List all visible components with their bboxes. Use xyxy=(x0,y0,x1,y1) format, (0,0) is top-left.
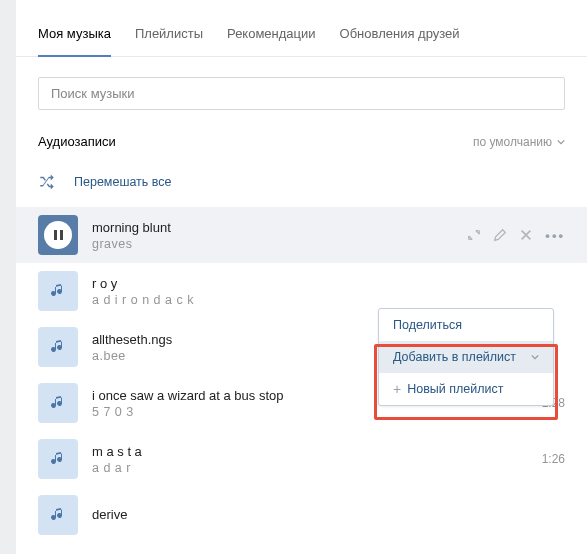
new-playlist-label: Новый плейлист xyxy=(407,382,503,396)
track-duration: 1:26 xyxy=(542,452,565,466)
sort-dropdown[interactable]: по умолчанию xyxy=(473,135,565,149)
sort-label: по умолчанию xyxy=(473,135,552,149)
tab-friends-updates[interactable]: Обновления друзей xyxy=(340,12,460,56)
track-title: r o y xyxy=(92,276,565,291)
new-playlist-menu-item[interactable]: +Новый плейлист xyxy=(379,373,553,405)
track-title: morning blunt xyxy=(92,220,453,235)
track-row[interactable]: morning blunt graves ••• xyxy=(16,207,587,263)
note-icon xyxy=(50,395,66,411)
track-cover xyxy=(38,327,78,367)
track-title: derive xyxy=(92,507,565,522)
track-artist: a d i r o n d a c k xyxy=(92,293,565,307)
add-to-playlist-menu-item[interactable]: Добавить в плейлист xyxy=(379,341,553,373)
tab-my-music[interactable]: Моя музыка xyxy=(38,12,111,57)
section-title: Аудиозаписи xyxy=(38,134,116,149)
track-cover xyxy=(38,495,78,535)
shuffle-label: Перемешать все xyxy=(74,175,172,189)
note-icon xyxy=(50,283,66,299)
note-icon xyxy=(50,451,66,467)
add-to-playlist-label: Добавить в плейлист xyxy=(393,350,516,364)
note-icon xyxy=(50,507,66,523)
track-row[interactable]: m a s t a a d a r 1:26 xyxy=(16,431,587,487)
search-input[interactable] xyxy=(38,77,565,110)
note-icon xyxy=(50,339,66,355)
pause-icon xyxy=(54,230,63,240)
tabs-bar: Моя музыка Плейлисты Рекомендации Обновл… xyxy=(16,12,587,57)
context-menu: Поделиться Добавить в плейлист +Новый пл… xyxy=(378,308,554,406)
track-artist: graves xyxy=(92,237,453,251)
plus-icon: + xyxy=(393,382,401,396)
close-icon[interactable] xyxy=(519,228,533,242)
track-title: m a s t a xyxy=(92,444,528,459)
tab-playlists[interactable]: Плейлисты xyxy=(135,12,203,56)
track-row[interactable]: derive xyxy=(16,487,587,543)
chevron-down-icon xyxy=(531,353,539,361)
more-icon[interactable]: ••• xyxy=(545,228,565,243)
shuffle-button[interactable]: Перемешать все xyxy=(16,167,587,207)
track-cover xyxy=(38,383,78,423)
pause-button[interactable] xyxy=(38,215,78,255)
chevron-down-icon xyxy=(557,138,565,146)
track-artist: 5 7 0 3 xyxy=(92,405,528,419)
track-cover xyxy=(38,271,78,311)
share-menu-item[interactable]: Поделиться xyxy=(379,309,553,341)
shuffle-icon xyxy=(38,173,56,191)
edit-icon[interactable] xyxy=(493,228,507,242)
tab-recommendations[interactable]: Рекомендации xyxy=(227,12,316,56)
track-artist: a d a r xyxy=(92,461,528,475)
track-cover xyxy=(38,439,78,479)
expand-icon[interactable] xyxy=(467,228,481,242)
